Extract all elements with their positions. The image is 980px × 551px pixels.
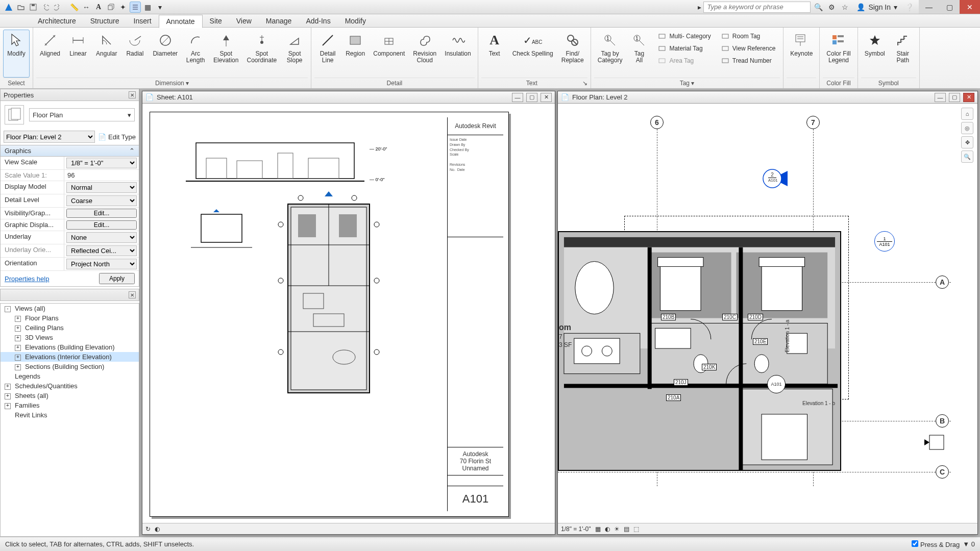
view-control-bar[interactable]: ↻ ◐	[142, 523, 555, 534]
area-tag-tool[interactable]: Area Tag	[655, 55, 713, 66]
help-icon[interactable]: ❔	[903, 2, 915, 13]
apply-button[interactable]: Apply	[99, 273, 135, 284]
pan-icon[interactable]: ✥	[961, 136, 973, 148]
modify-tool[interactable]: Modify	[3, 30, 30, 78]
measure-icon[interactable]: 📏	[68, 2, 80, 13]
press-drag-toggle[interactable]: Press & Drag	[912, 540, 960, 548]
zoom-icon[interactable]: 🔍	[961, 151, 973, 163]
text-icon[interactable]: A	[93, 2, 104, 13]
elevation-label[interactable]: Elevation 1 - a	[785, 320, 790, 353]
switch-windows-icon[interactable]: ▾	[154, 2, 165, 13]
tree-item[interactable]: Sections (Building Section)	[1, 362, 139, 371]
door-tag[interactable]: 210C	[722, 314, 738, 320]
detail-level-icon[interactable]: ▦	[595, 525, 601, 533]
door-tag[interactable]: 210B	[661, 314, 676, 320]
window-minimize-icon[interactable]: —	[919, 0, 939, 14]
door-tag[interactable]: 210J	[674, 379, 688, 386]
open-icon[interactable]	[15, 2, 27, 13]
shadows-icon[interactable]: ▤	[624, 525, 629, 533]
aligned-tool[interactable]: Aligned	[36, 30, 64, 78]
instance-filter[interactable]: Floor Plan: Level 2	[4, 131, 95, 143]
door-tag[interactable]: 210D	[748, 314, 763, 320]
elevation-label[interactable]: Elevation 1 - b	[802, 400, 835, 406]
spot-coordinate-tool[interactable]: Spot Coordinate	[243, 30, 280, 78]
tree-item[interactable]: Ceiling Plans	[1, 323, 139, 333]
prop-value[interactable]: Normal	[66, 182, 137, 193]
tree-item[interactable]: Families	[1, 400, 139, 410]
type-selector[interactable]: Floor Plan▾	[29, 108, 135, 121]
app-logo[interactable]	[3, 2, 14, 13]
insulation-tool[interactable]: Insulation	[441, 30, 474, 78]
search-binoculars-icon[interactable]: 🔍	[813, 2, 824, 13]
wheel-icon[interactable]: ◎	[961, 122, 973, 134]
multi--category-tool[interactable]: Multi- Category	[655, 31, 713, 42]
prop-value[interactable]: Project North	[66, 259, 137, 269]
keynote-tool[interactable]: Keynote	[787, 30, 816, 78]
prop-edit-button[interactable]: Edit...	[66, 220, 137, 230]
component-tool[interactable]: Component	[370, 30, 408, 78]
prop-value[interactable]: Reflected Cei...	[66, 245, 137, 256]
doc-window-header[interactable]: 📄 Sheet: A101 — ▢ ✕	[142, 91, 555, 104]
door-tag[interactable]: 210A	[666, 394, 681, 401]
text-tool[interactable]: AText	[481, 30, 508, 78]
grid-bubble[interactable]: A	[936, 276, 949, 289]
window-minimize-icon[interactable]: —	[512, 93, 523, 102]
region-tool[interactable]: Region	[342, 30, 369, 78]
favorite-icon[interactable]: ☆	[839, 2, 850, 13]
tab-view[interactable]: View	[229, 14, 259, 28]
window-maximize-icon[interactable]: ▢	[939, 0, 960, 14]
window-maximize-icon[interactable]: ▢	[949, 93, 960, 102]
thin-lines-icon[interactable]	[130, 2, 141, 13]
section-icon[interactable]: ✦	[117, 2, 129, 13]
view-reference-tool[interactable]: View Reference	[719, 43, 778, 54]
plan-canvas[interactable]: ⌂ ◎ ✥ 🔍 6 7 A B C	[558, 104, 977, 534]
tag-by-category-tool[interactable]: 1Tag by Category	[594, 30, 626, 78]
prop-value[interactable]: None	[66, 232, 137, 243]
check-spelling-tool[interactable]: ✓ABCCheck Spelling	[509, 30, 557, 78]
save-icon[interactable]	[28, 2, 39, 13]
diameter-tool[interactable]: Diameter	[149, 30, 181, 78]
crop-icon[interactable]: ⬚	[633, 525, 639, 533]
search-input[interactable]	[703, 2, 811, 13]
view-control-bar[interactable]: 1/8" = 1'-0" ▦ ◐ ☀ ▤ ⬚	[558, 523, 977, 534]
spot-slope-tool[interactable]: Spot Slope	[281, 30, 308, 78]
arc-length-tool[interactable]: Arc Length	[182, 30, 209, 78]
grid-bubble[interactable]: 6	[650, 116, 664, 129]
window-minimize-icon[interactable]: —	[935, 93, 946, 102]
find-replace-tool[interactable]: Find/ Replace	[558, 30, 587, 78]
tree-item[interactable]: Revit Links	[1, 410, 139, 420]
window-maximize-icon[interactable]: ▢	[526, 93, 537, 102]
close-views-icon[interactable]: ▦	[142, 2, 153, 13]
prop-value[interactable]: 1/8" = 1'-0"	[66, 158, 137, 168]
window-close-icon[interactable]: ✕	[963, 93, 974, 102]
home-icon[interactable]: ⌂	[961, 108, 973, 120]
align-icon[interactable]: ↔	[81, 2, 92, 13]
filter-icon[interactable]: ▼ 0	[963, 540, 975, 548]
tab-manage[interactable]: Manage	[259, 14, 299, 28]
tree-item[interactable]: Floor Plans	[1, 313, 139, 323]
tag-all-tool[interactable]: 1Tag All	[626, 30, 652, 78]
communicate-icon[interactable]: ⚙	[826, 2, 837, 13]
properties-help-link[interactable]: Properties help	[5, 275, 49, 283]
window-close-icon[interactable]: ✕	[960, 0, 980, 14]
revision-cloud-tool[interactable]: Revision Cloud	[409, 30, 440, 78]
tree-item[interactable]: 3D Views	[1, 333, 139, 342]
tab-architecture[interactable]: Architecture	[31, 14, 83, 28]
symbol-tool[interactable]: Symbol	[861, 30, 889, 78]
tread-number-tool[interactable]: Tread Number	[719, 55, 778, 66]
edit-type-button[interactable]: 📄 Edit Type	[98, 133, 136, 141]
callout-head[interactable]: 1 A101	[874, 231, 895, 252]
tab-annotate[interactable]: Annotate	[159, 15, 203, 28]
properties-section-header[interactable]: Graphics⌃	[1, 145, 139, 157]
colorfill-tool[interactable]: Color Fill Legend	[823, 30, 854, 78]
tree-item[interactable]: Legends	[1, 371, 139, 381]
linear-tool[interactable]: Linear	[65, 30, 91, 78]
close-panel-icon[interactable]: ✕	[129, 91, 136, 98]
sun-path-icon[interactable]: ☀	[614, 525, 620, 533]
elevation-marker[interactable]	[924, 430, 949, 455]
3d-icon[interactable]	[105, 2, 116, 13]
navigation-bar[interactable]: ⌂ ◎ ✥ 🔍	[961, 108, 973, 163]
room-tag-tool[interactable]: Room Tag	[719, 31, 778, 42]
tab-structure[interactable]: Structure	[83, 14, 127, 28]
sheet-canvas[interactable]: Autodesk Revit Issue DateDrawn ByChecked…	[142, 104, 555, 534]
